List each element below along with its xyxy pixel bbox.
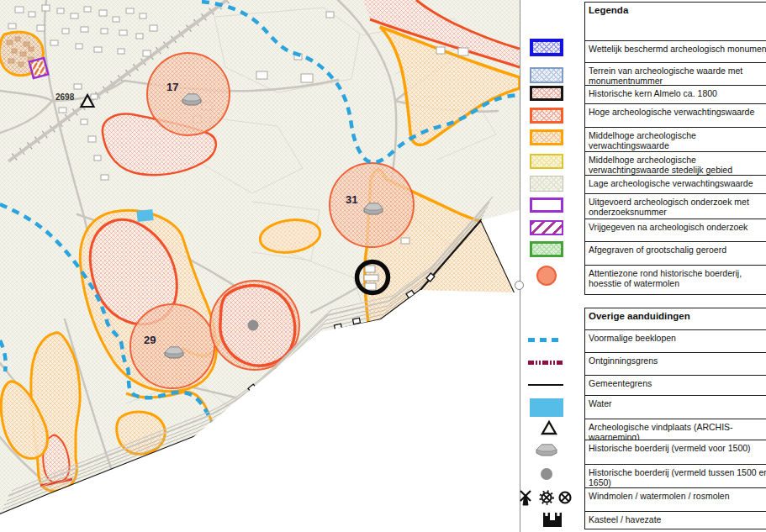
swatch-terrein [530,67,563,83]
swatch-vrijgegeven [530,220,563,235]
gemeente-line-symbol [528,384,563,386]
label-29: 29 [144,334,156,346]
water-symbol [530,398,563,417]
water-pond [136,209,153,222]
legend-other-title: Overige aanduidingen [584,308,766,330]
legend-item: Gemeentegrens [584,375,766,396]
legend-item: Historische boerderij (vermeld tussen 15… [584,464,766,488]
legend-item: Middelhoge archeologische verwachtingswa… [584,151,766,176]
legend-item: Kasteel / havezate [584,511,766,529]
legend-item: Windmolen / watermolen / rosmolen [584,487,766,512]
swatch-uitgevoerd-onderzoek [530,198,563,213]
archeology-map-page: 17 31 29 2698 Legenda Wettelijk bescherm… [0,0,766,532]
triangle-icon [541,420,557,435]
legend-title: Legenda [584,2,766,41]
legend-item: Lage archeologische verwachtingswaarde [584,175,766,194]
label-31: 31 [346,193,357,206]
legend-item: Terrein van archeologische waarde met mo… [584,62,766,86]
historic-farm-dot [248,320,259,331]
legend-item: Water [584,395,766,419]
swatch-monument [530,39,563,56]
windmill-icon [520,491,531,505]
ontginning-line-symbol [528,361,563,365]
zone-middelhoge-coast [117,412,166,454]
legend-item: Wettelijk beschermd archeologisch monume… [584,40,766,63]
historic-farm-dot-icon [541,468,552,480]
castle-icon [541,511,563,528]
swatch-afgegraven [530,241,563,257]
label-2698: 2698 [55,92,75,102]
column-divider [520,0,520,532]
legend-item: Historische kern Almelo ca. 1800 [584,85,766,104]
research-area-box [29,58,49,78]
legend-item: Hoge archeologische verwachtingswaarde [584,103,766,128]
legend-item: Afgegraven of grootschalig geroerd [584,241,766,266]
swatch-middelhoge [530,129,563,145]
legend-item: Archeologische vindplaats (ARCHIS-waarne… [584,419,766,440]
legend-item: Ontginningsgrens [584,352,766,376]
legend-item: Uitgevoerd archeologisch onderzoek met o… [584,193,766,219]
legend-item: Historische boerderij (vermeld voor 1500… [584,440,766,465]
mill-icons [518,487,577,508]
label-17: 17 [166,81,178,93]
divider-handle[interactable] [515,281,524,290]
swatch-middelhoge-stedelijk [530,154,563,169]
watermill-gear-icon [540,491,552,503]
legend-item: Voormalige beeklopen [584,329,766,353]
brook-line-symbol [528,338,563,342]
map-canvas[interactable]: 17 31 29 2698 [0,0,521,532]
swatch-historische-kern [530,86,563,101]
farm-icon [534,442,559,457]
swatch-lage [530,176,563,192]
legend-item: Attentiezone rond historische boerderij,… [584,265,766,295]
swatch-hoge [530,108,563,124]
legend-item: Vrijgegeven na archeologisch onderzoek [584,219,766,242]
swatch-attentiezone [536,266,557,286]
rosmill-icon [560,492,571,503]
legend-item: Middelhoge archeologische verwachtingswa… [584,127,766,152]
attention-circle-29 [130,304,214,388]
